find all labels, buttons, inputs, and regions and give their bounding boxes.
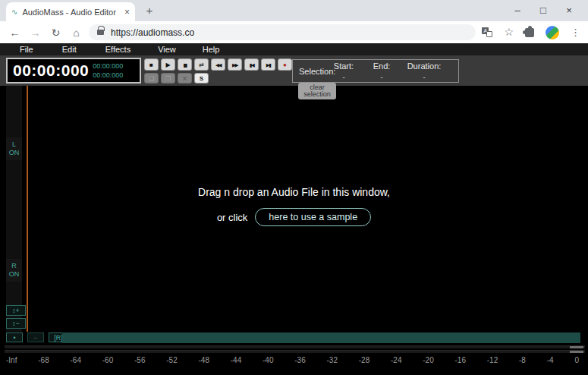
browser-menu-kebab-icon[interactable]: ⋮ <box>571 27 580 38</box>
extensions-puzzle-icon[interactable] <box>525 28 534 37</box>
channel-right-toggle[interactable]: R ON <box>6 259 22 282</box>
meter-peak-right <box>570 351 583 353</box>
transport-button-play[interactable]: ▶ <box>161 58 175 71</box>
window-controls: – □ × <box>505 0 582 20</box>
selection-panel: Selection: Start: - End: - Duration: - <box>292 59 459 83</box>
addressbar-actions: A ☆ ⋮ <box>482 26 588 39</box>
maximize-button[interactable]: □ <box>530 5 556 16</box>
timeline-scrollbar[interactable] <box>62 332 580 343</box>
tab-close-icon[interactable]: × <box>124 7 130 17</box>
meter-peak-left <box>570 346 583 348</box>
audiomass-window: ∿ AudioMass - Audio Editor × + – □ × ← →… <box>0 0 588 375</box>
transport-button-jump-end[interactable]: ▶▮ <box>261 58 275 71</box>
home-icon[interactable]: ⌂ <box>66 27 86 39</box>
db-scale-label: -44 <box>231 356 241 364</box>
db-scale-label: -32 <box>327 356 338 364</box>
menu-item[interactable]: File <box>20 45 33 54</box>
db-scale-label: -64 <box>71 356 81 364</box>
db-scale-label: -56 <box>134 356 145 364</box>
menu-item[interactable]: Effects <box>105 45 130 54</box>
forward-icon[interactable]: → <box>25 27 46 39</box>
waveform-area[interactable]: L ON R ON Drag n drop an Audio File in t… <box>0 86 588 332</box>
db-scale-label: -28 <box>359 356 369 364</box>
transport-button-pause[interactable]: ▮▮ <box>178 58 192 71</box>
profile-avatar[interactable] <box>546 26 559 39</box>
url-text[interactable]: https://audiomass.co <box>111 27 194 38</box>
amplitude-zoom-out-button[interactable]: ↕− <box>6 318 26 329</box>
use-sample-button[interactable]: here to use a sample <box>255 208 371 226</box>
transport-controls: ■▶▮▮⇄◀◀▶▶▮◀▶▮● ❏❐XS <box>144 58 292 84</box>
timer-sub-top: 00:00:000 <box>93 62 123 70</box>
timer-sub-bottom: 00:00:000 <box>93 71 123 79</box>
transport-button-record[interactable]: ● <box>278 58 292 71</box>
tab-favicon-waveform-icon: ∿ <box>11 8 17 16</box>
dropzone-message: Drag n drop an Audio File in this window… <box>0 186 588 226</box>
selection-column: Duration: - <box>401 61 448 81</box>
timeline-scroll-row: • − [R] <box>0 332 588 343</box>
selection-column: Start: - <box>325 61 363 81</box>
db-scale-label: 0 <box>574 356 579 364</box>
edit-button-cut[interactable]: X <box>178 73 192 84</box>
app-toolbar: 00:00:000 00:00:000 00:00:000 ■▶▮▮⇄◀◀▶▶▮… <box>0 55 588 86</box>
new-tab-button[interactable]: + <box>143 4 156 17</box>
meter-bar-right <box>5 350 585 353</box>
reload-icon[interactable]: ↻ <box>46 27 66 39</box>
clear-selection-button[interactable]: clear selection <box>298 83 336 99</box>
db-scale-label: -12 <box>487 356 498 364</box>
browser-titlebar: ∿ AudioMass - Audio Editor × + – □ × <box>0 0 588 21</box>
transport-button-fast-forward[interactable]: ▶▶ <box>228 58 242 71</box>
transport-button-loop[interactable]: ⇄ <box>194 58 209 71</box>
audiomass-app: FileEditEffectsViewHelp 00:00:000 00:00:… <box>0 43 588 375</box>
db-scale-label: -48 <box>199 356 209 364</box>
tab-title: AudioMass - Audio Editor <box>22 8 121 17</box>
app-menubar: FileEditEffectsViewHelp <box>0 43 588 55</box>
lock-icon[interactable] <box>97 30 104 35</box>
menu-item[interactable]: Edit <box>62 45 77 54</box>
bookmark-star-icon[interactable]: ☆ <box>504 27 514 37</box>
url-bar[interactable]: https://audiomass.co <box>89 24 476 40</box>
transport-button-rewind[interactable]: ◀◀ <box>211 58 225 71</box>
db-scale-label: -36 <box>294 356 305 364</box>
time-zoom-in-button[interactable]: • <box>6 332 23 342</box>
db-scale-label: -4 <box>547 356 554 364</box>
menu-item[interactable]: Help <box>203 45 220 54</box>
time-display: 00:00:000 00:00:000 00:00:000 <box>6 58 141 84</box>
transport-button-jump-start[interactable]: ▮◀ <box>244 58 259 71</box>
meter-bar-left <box>5 345 585 348</box>
db-scale-label: -Inf <box>6 356 17 364</box>
channel-left-toggle[interactable]: L ON <box>6 137 22 160</box>
menu-item[interactable]: View <box>158 45 176 54</box>
back-icon[interactable]: ← <box>5 27 25 39</box>
edit-button-copy[interactable]: ❏ <box>144 73 159 84</box>
time-zoom-out-button[interactable]: − <box>27 332 44 342</box>
dropzone-line1: Drag n drop an Audio File in this window… <box>0 186 588 198</box>
db-scale-label: -68 <box>38 356 49 364</box>
dropzone-prefix: or click <box>217 212 247 223</box>
db-scale-label: -60 <box>102 356 113 364</box>
minimize-button[interactable]: – <box>505 5 530 16</box>
db-scale-label: -8 <box>519 356 526 364</box>
db-scale: -Inf-68-64-60-56-52-48-44-40-36-32-28-24… <box>0 356 588 364</box>
selection-column: End: - <box>363 61 401 81</box>
transport-button-stop[interactable]: ■ <box>144 58 159 71</box>
db-scale-label: -24 <box>391 356 401 364</box>
db-scale-label: -52 <box>166 356 177 364</box>
edit-button-save[interactable]: ❐ <box>161 73 175 84</box>
browser-tab[interactable]: ∿ AudioMass - Audio Editor × <box>6 2 135 21</box>
db-meter <box>5 345 585 355</box>
edit-button-snap[interactable]: S <box>194 73 209 84</box>
timer-main: 00:00:000 <box>13 61 89 80</box>
close-button[interactable]: × <box>556 5 582 16</box>
amplitude-zoom-in-button[interactable]: ↕+ <box>6 305 26 316</box>
browser-addressbar: ← → ↻ ⌂ https://audiomass.co A ☆ ⋮ <box>0 21 588 43</box>
db-scale-label: -20 <box>423 356 433 364</box>
amplitude-zoom-controls: ↕+ ↕− <box>6 305 26 329</box>
db-scale-label: -40 <box>263 356 273 364</box>
translate-icon[interactable]: A <box>482 27 492 37</box>
db-scale-label: -16 <box>455 356 466 364</box>
